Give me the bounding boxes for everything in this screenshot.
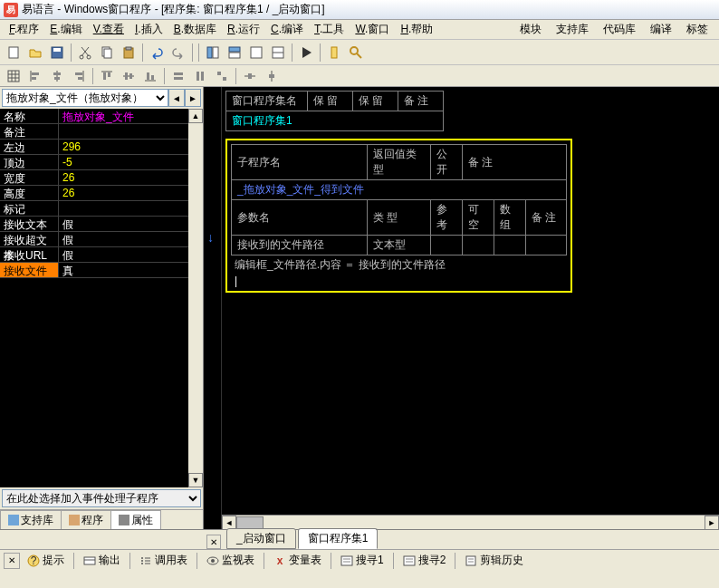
- prev-object-button[interactable]: ◄: [168, 89, 185, 107]
- cut-button[interactable]: [75, 43, 95, 63]
- close-tab-button[interactable]: ✕: [206, 535, 221, 549]
- sub-name[interactable]: _拖放对象_文件_得到文件: [232, 180, 567, 200]
- sub-highlight: 子程序名 返回值类型 公开 备 注 _拖放对象_文件_得到文件 参数名 类 型 …: [225, 139, 572, 293]
- property-grid[interactable]: 名称拖放对象_文件备注左边296顶边-5宽度26高度26标记接收文本假接收超文本…: [0, 109, 203, 487]
- tab-startup-window[interactable]: _启动窗口: [226, 528, 296, 549]
- menu-support[interactable]: 支持库: [549, 20, 596, 39]
- menu-run[interactable]: R.运行: [222, 20, 265, 39]
- hscroll-thumb[interactable]: [236, 516, 264, 529]
- copy-button[interactable]: [97, 43, 117, 63]
- align-top-button[interactable]: [97, 66, 117, 86]
- open-button[interactable]: [25, 43, 45, 63]
- prop-value[interactable]: -5: [59, 155, 203, 169]
- bookmark-button[interactable]: [324, 43, 344, 63]
- status-watch[interactable]: 监视表: [201, 551, 260, 570]
- same-height-button[interactable]: [190, 66, 210, 86]
- prop-row-3[interactable]: 顶边-5: [0, 155, 203, 170]
- hscroll-left-button[interactable]: ◄: [222, 516, 236, 529]
- code-line-1[interactable]: 编辑框_文件路径.内容 ＝ 接收到的文件路径: [231, 255, 567, 275]
- align-right-button[interactable]: [69, 66, 89, 86]
- code-hscroll[interactable]: ◄ ►: [222, 515, 719, 529]
- menu-window[interactable]: W.窗口: [350, 20, 395, 39]
- status-output[interactable]: 输出: [78, 551, 126, 570]
- tab-window-assembly[interactable]: 窗口程序集1: [298, 528, 379, 549]
- tab-property[interactable]: 属性: [110, 510, 161, 529]
- align-center-button[interactable]: [47, 66, 67, 86]
- prop-value[interactable]: 26: [59, 186, 203, 200]
- asm-name[interactable]: 窗口程序集1: [226, 111, 444, 131]
- menu-module[interactable]: 模块: [513, 20, 549, 39]
- prop-row-1[interactable]: 备注: [0, 124, 203, 140]
- save-button[interactable]: [47, 43, 67, 63]
- prop-row-2[interactable]: 左边296: [0, 140, 203, 155]
- prop-value[interactable]: [59, 201, 203, 216]
- run-button[interactable]: [296, 43, 316, 63]
- same-size-button[interactable]: [212, 66, 232, 86]
- tab-support[interactable]: 支持库: [0, 510, 62, 529]
- undo-button[interactable]: [147, 43, 167, 63]
- object-selector[interactable]: 拖放对象_文件（拖放对象）: [2, 89, 168, 107]
- status-search2[interactable]: 搜寻2: [398, 551, 452, 570]
- status-search1[interactable]: 搜寻1: [335, 551, 389, 570]
- find-button[interactable]: [346, 43, 366, 63]
- hscroll-right-button[interactable]: ►: [705, 516, 719, 529]
- layout3-button[interactable]: [246, 43, 266, 63]
- scroll-up-button[interactable]: ▲: [188, 109, 203, 123]
- menu-edit[interactable]: E.编辑: [44, 20, 87, 39]
- align-grid-button[interactable]: [4, 66, 24, 86]
- status-clip[interactable]: 剪辑历史: [459, 551, 529, 570]
- status-callstack[interactable]: 调用表: [134, 551, 193, 570]
- menu-tools[interactable]: T.工具: [309, 20, 350, 39]
- scroll-down-button[interactable]: ▼: [188, 473, 203, 487]
- menu-compile[interactable]: C.编译: [265, 20, 309, 39]
- prop-row-5[interactable]: 高度26: [0, 186, 203, 201]
- dist-v-button[interactable]: [262, 66, 282, 86]
- fold-arrow-icon[interactable]: ↓: [207, 230, 214, 245]
- status-hint[interactable]: ?提示: [22, 551, 70, 570]
- prop-row-8[interactable]: 接收超文本假: [0, 232, 203, 247]
- same-width-button[interactable]: [168, 66, 188, 86]
- event-selector[interactable]: 在此处选择加入事件处理子程序: [2, 489, 201, 507]
- prop-scrollbar[interactable]: ▲ ▼: [188, 109, 203, 487]
- layout4-button[interactable]: [268, 43, 288, 63]
- dist-h-button[interactable]: [240, 66, 260, 86]
- next-object-button[interactable]: ►: [185, 89, 201, 107]
- menu-tags[interactable]: 标签: [679, 20, 715, 39]
- align-bottom-button[interactable]: [140, 66, 160, 86]
- menu-help[interactable]: H.帮助: [395, 20, 438, 39]
- paste-button[interactable]: [119, 43, 139, 63]
- prop-value[interactable]: 真: [59, 263, 188, 277]
- new-button[interactable]: [4, 43, 24, 63]
- align-middle-button[interactable]: [119, 66, 139, 86]
- prop-row-10[interactable]: 接收文件真▼: [0, 263, 203, 278]
- prop-row-7[interactable]: 接收文本假: [0, 217, 203, 232]
- prop-row-4[interactable]: 宽度26: [0, 170, 203, 186]
- menu-codebank[interactable]: 代码库: [596, 20, 643, 39]
- tab-program[interactable]: 程序: [61, 510, 111, 529]
- prop-value[interactable]: 假: [59, 247, 203, 262]
- menu-insert[interactable]: I.插入: [129, 20, 168, 39]
- redo-button[interactable]: [168, 43, 188, 63]
- code-area[interactable]: 窗口程序集名 保 留 保 留 备 注 窗口程序集1 子程序名 返回值类型 公开 …: [222, 87, 719, 529]
- align-left-button[interactable]: [25, 66, 45, 86]
- prop-row-0[interactable]: 名称拖放对象_文件: [0, 109, 203, 124]
- layout1-button[interactable]: [203, 43, 223, 63]
- prop-value[interactable]: 26: [59, 170, 203, 185]
- prop-row-6[interactable]: 标记: [0, 201, 203, 217]
- code-cursor[interactable]: |: [231, 275, 567, 287]
- status-close-button[interactable]: ✕: [4, 553, 20, 569]
- layout2-button[interactable]: [225, 43, 244, 63]
- prop-row-9[interactable]: 接收URL假: [0, 247, 203, 263]
- prop-value[interactable]: 假: [59, 217, 203, 231]
- menu-view[interactable]: V.查看: [88, 20, 129, 39]
- menu-file[interactable]: FF.程序.程序: [4, 20, 44, 39]
- prop-value[interactable]: 假: [59, 232, 203, 246]
- param-type[interactable]: 文本型: [368, 236, 431, 255]
- prop-value[interactable]: 拖放对象_文件: [59, 109, 203, 123]
- status-vars[interactable]: x变量表: [268, 551, 327, 570]
- prop-value[interactable]: [59, 124, 203, 139]
- menu-compile2[interactable]: 编译: [643, 20, 679, 39]
- menu-database[interactable]: B.数据库: [168, 20, 222, 39]
- param-name[interactable]: 接收到的文件路径: [232, 236, 368, 255]
- prop-value[interactable]: 296: [59, 140, 203, 154]
